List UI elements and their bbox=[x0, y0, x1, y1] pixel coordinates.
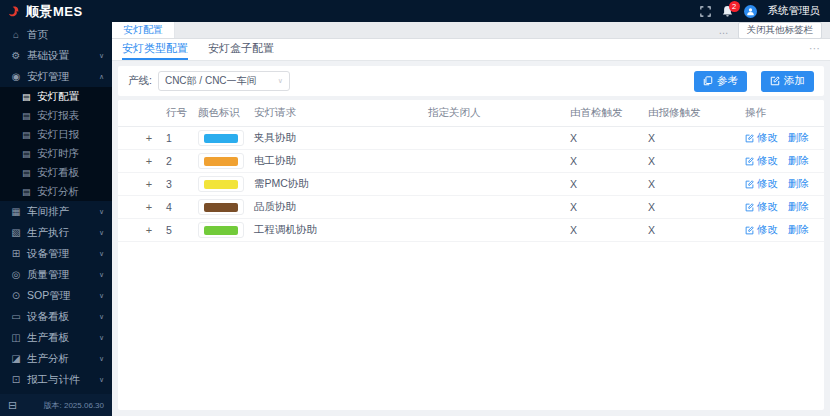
more-tabs-icon[interactable]: … bbox=[719, 25, 730, 36]
first-inspection-flag: X bbox=[570, 224, 648, 236]
sidebar-item-andon-management[interactable]: ◉ 安灯管理 ∧ bbox=[0, 66, 112, 87]
table-row: + 3 需PMC协助 X X 修改 删除 bbox=[118, 173, 824, 196]
edit-square-icon bbox=[770, 76, 780, 86]
col-row-no: 行号 bbox=[166, 106, 198, 120]
notifications-bell[interactable]: 2 bbox=[722, 5, 733, 17]
production-board-icon: ◫ bbox=[10, 332, 22, 343]
sidebar-item-production-analysis[interactable]: ◪ 生产分析 ∨ bbox=[0, 348, 112, 369]
cards-region: 产线: CNC部 / CNC一车间 ∨ 参考 bbox=[112, 61, 830, 416]
sidebar-item-home[interactable]: ⌂ 首页 bbox=[0, 24, 112, 45]
sidebar-item-basic-settings[interactable]: ⚙ 基础设置 ∨ bbox=[0, 45, 112, 66]
first-inspection-flag: X bbox=[570, 201, 648, 213]
sidebar-item-andon-board[interactable]: ▤ 安灯看板 bbox=[0, 163, 112, 182]
sidebar-item-label: 生产看板 bbox=[27, 331, 69, 345]
edit-link[interactable]: 修改 bbox=[745, 177, 778, 191]
card-more-icon[interactable]: ⋯ bbox=[809, 42, 821, 55]
sidebar: 顺景MES ⌂ 首页 ⚙ 基础设置 ∨ ◉ 安灯管理 ∧ ▤ 安灯配置 bbox=[0, 0, 112, 416]
color-swatch bbox=[198, 222, 244, 238]
document-icon: ▤ bbox=[22, 130, 32, 140]
edit-icon bbox=[745, 157, 754, 166]
sidebar-item-quality-management[interactable]: ◎ 质量管理 ∨ bbox=[0, 264, 112, 285]
sidebar-item-andon-analysis[interactable]: ▤ 安灯分析 bbox=[0, 182, 112, 201]
andon-submenu: ▤ 安灯配置 ▤ 安灯报表 ▤ 安灯日报 ▤ 安灯时序 ▤ 安灯看板 bbox=[0, 87, 112, 201]
sidebar-item-label: 安灯管理 bbox=[27, 70, 69, 84]
delete-link[interactable]: 删除 bbox=[788, 200, 809, 214]
repair-flag: X bbox=[648, 155, 745, 167]
delete-link[interactable]: 删除 bbox=[788, 223, 809, 237]
sidebar-item-andon-timeline[interactable]: ▤ 安灯时序 bbox=[0, 144, 112, 163]
sidebar-item-label: 设备管理 bbox=[27, 247, 69, 261]
page-tab-andon-config[interactable]: 安灯配置 bbox=[112, 22, 175, 38]
collapse-sidebar-icon[interactable]: ⊟ bbox=[8, 399, 17, 412]
sidebar-item-label: 生产分析 bbox=[27, 352, 69, 366]
chevron-down-icon: ∨ bbox=[99, 229, 104, 237]
username: 系统管理员 bbox=[768, 4, 821, 18]
col-actions: 操作 bbox=[745, 106, 824, 120]
reference-button[interactable]: 参考 bbox=[694, 71, 747, 92]
delete-link[interactable]: 删除 bbox=[788, 154, 809, 168]
sidebar-item-equipment-management[interactable]: ⊞ 设备管理 ∨ bbox=[0, 243, 112, 264]
chevron-up-icon: ∧ bbox=[99, 73, 104, 81]
close-other-tabs-button[interactable]: 关闭其他标签栏 bbox=[738, 22, 823, 39]
edit-link[interactable]: 修改 bbox=[745, 200, 778, 214]
document-icon: ▤ bbox=[22, 149, 32, 159]
expand-row-icon[interactable]: + bbox=[132, 201, 166, 213]
expand-row-icon[interactable]: + bbox=[132, 224, 166, 236]
production-line-select[interactable]: CNC部 / CNC一车间 ∨ bbox=[158, 71, 290, 91]
expand-row-icon[interactable]: + bbox=[132, 155, 166, 167]
fullscreen-icon[interactable] bbox=[700, 6, 711, 17]
first-inspection-flag: X bbox=[570, 132, 648, 144]
edit-icon bbox=[745, 203, 754, 212]
document-icon: ▤ bbox=[22, 187, 32, 197]
tab-andon-box-config[interactable]: 安灯盒子配置 bbox=[208, 39, 274, 60]
settings-icon: ⚙ bbox=[10, 50, 22, 61]
expand-row-icon[interactable]: + bbox=[132, 178, 166, 190]
sidebar-item-work-report-piecework[interactable]: ⊡ 报工与计件 ∨ bbox=[0, 369, 112, 390]
edit-link[interactable]: 修改 bbox=[745, 131, 778, 145]
col-first-inspection: 由首检触发 bbox=[570, 106, 648, 120]
user-icon bbox=[746, 7, 755, 16]
sidebar-item-andon-daily[interactable]: ▤ 安灯日报 bbox=[0, 125, 112, 144]
edit-link[interactable]: 修改 bbox=[745, 223, 778, 237]
table-row: + 2 电工协助 X X 修改 删除 bbox=[118, 150, 824, 173]
avatar[interactable] bbox=[744, 5, 757, 18]
sidebar-item-andon-report[interactable]: ▤ 安灯报表 bbox=[0, 106, 112, 125]
delete-link[interactable]: 删除 bbox=[788, 131, 809, 145]
sidebar-item-label: 基础设置 bbox=[27, 49, 69, 63]
chevron-down-icon: ∨ bbox=[99, 334, 104, 342]
expand-row-icon[interactable]: + bbox=[132, 132, 166, 144]
first-inspection-flag: X bbox=[570, 178, 648, 190]
sidebar-item-andon-config[interactable]: ▤ 安灯配置 bbox=[0, 87, 112, 106]
col-repair: 由报修触发 bbox=[648, 106, 745, 120]
sidebar-item-production-execution[interactable]: ▧ 生产执行 ∨ bbox=[0, 222, 112, 243]
andon-request: 工程调机协助 bbox=[254, 223, 428, 237]
piecework-icon: ⊡ bbox=[10, 374, 22, 385]
edit-link[interactable]: 修改 bbox=[745, 154, 778, 168]
first-inspection-flag: X bbox=[570, 155, 648, 167]
edit-icon bbox=[745, 180, 754, 189]
table-row: + 1 夹具协助 X X 修改 删除 bbox=[118, 127, 824, 150]
edit-icon bbox=[745, 134, 754, 143]
add-button[interactable]: 添加 bbox=[761, 71, 814, 92]
tab-andon-type-config[interactable]: 安灯类型配置 bbox=[122, 39, 188, 60]
andon-table: 行号 颜色标识 安灯请求 指定关闭人 由首检触发 由报修触发 操作 + 1 夹具… bbox=[118, 100, 824, 410]
sidebar-item-label: 安灯分析 bbox=[37, 185, 79, 199]
sidebar-item-equipment-board[interactable]: ▭ 设备看板 ∨ bbox=[0, 306, 112, 327]
execution-icon: ▧ bbox=[10, 227, 22, 238]
row-number: 3 bbox=[166, 178, 198, 190]
reference-icon bbox=[703, 76, 713, 86]
delete-link[interactable]: 删除 bbox=[788, 177, 809, 191]
equipment-icon: ⊞ bbox=[10, 248, 22, 259]
chevron-down-icon: ∨ bbox=[99, 250, 104, 258]
notification-badge: 2 bbox=[729, 1, 740, 12]
topbar: 2 系统管理员 bbox=[112, 0, 830, 22]
document-icon: ▤ bbox=[22, 92, 32, 102]
sidebar-item-production-board[interactable]: ◫ 生产看板 ∨ bbox=[0, 327, 112, 348]
app-root: 顺景MES ⌂ 首页 ⚙ 基础设置 ∨ ◉ 安灯管理 ∧ ▤ 安灯配置 bbox=[0, 0, 830, 416]
sidebar-item-sop-management[interactable]: ⊙ SOP管理 ∨ bbox=[0, 285, 112, 306]
repair-flag: X bbox=[648, 201, 745, 213]
sidebar-item-workshop-scheduling[interactable]: ▦ 车间排产 ∨ bbox=[0, 201, 112, 222]
row-number: 2 bbox=[166, 155, 198, 167]
chevron-down-icon: ∨ bbox=[99, 292, 104, 300]
sidebar-item-label: 首页 bbox=[27, 28, 48, 42]
